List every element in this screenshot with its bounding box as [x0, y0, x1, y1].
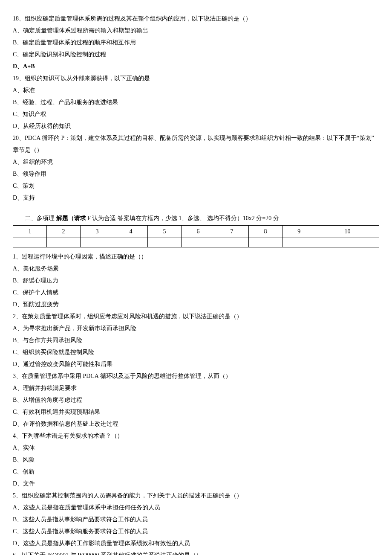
table-answer-cell[interactable] [46, 238, 80, 247]
mq3-optB: B、从增值的角度考虑过程 [13, 394, 379, 406]
mq5-text: 5、组织应确定其控制范围内的人员需具备的能力，下列关于人员的描述不正确的是（） [13, 490, 379, 502]
q20-optB: B、领导作用 [13, 168, 379, 180]
section2-bold: 解题（请求 [56, 215, 88, 221]
answer-table: 1 2 3 4 5 6 7 8 9 10 [13, 225, 379, 247]
table-answer-cell[interactable] [181, 238, 215, 247]
table-answer-cell[interactable] [282, 238, 316, 247]
mq5-optC: C、这些人员是指从事影响服务要求符合工作的人员 [13, 526, 379, 538]
mq4-optC: C、创新 [13, 466, 379, 478]
table-answer-cell[interactable] [215, 238, 248, 247]
table-header-cell: 8 [248, 226, 282, 238]
q19-optD: D、从经历获得的知识 [13, 120, 379, 132]
mq2-optD: D、通过管控改变风险的可能性和后果 [13, 358, 379, 370]
mq3-optC: C、有效利用机遇并实现预期结果 [13, 406, 379, 418]
section2-mid: F 认为合适 答案填在方框内，少选 1、多选、 选均不得分）10x2 分=20 … [87, 215, 279, 221]
mq1-optA: A、美化服务场景 [13, 263, 379, 275]
table-header-cell: 9 [282, 226, 316, 238]
table-answer-cell[interactable] [147, 238, 181, 247]
table-header-cell: 10 [316, 226, 379, 238]
table-header-cell: 7 [215, 226, 248, 238]
table-answer-cell[interactable] [80, 238, 114, 247]
table-answer-cell[interactable] [248, 238, 282, 247]
mq2-optB: B、与合作方共同承担风险 [13, 334, 379, 346]
mq3-optD: D、在评价数据和信息的基础上改进过程 [13, 418, 379, 430]
q20-optC: C、策划 [13, 180, 379, 192]
mq2-optC: C、组织购买保险就是控制风险 [13, 346, 379, 358]
q18-optC: C、确定风险识别和风险控制的过程 [13, 49, 379, 61]
table-header-cell: 6 [181, 226, 215, 238]
table-header-row: 1 2 3 4 5 6 7 8 9 10 [13, 226, 379, 238]
q18-optD: D、A+B [13, 61, 379, 73]
mq2-text: 2、在策划质量管理体系时，组织应考虑应对风险和机遇的措施，以下说法正确的是（） [13, 311, 379, 323]
mq4-optA: A、实体 [13, 442, 379, 454]
table-header-cell: 3 [80, 226, 114, 238]
section2-prefix: 二、多项理 [25, 215, 56, 221]
q18-optB: B、确定质量管理体系的过程的顺序和相互作用 [13, 37, 379, 49]
q18-optA: A、确定质量管理体系过程所需的输入和期望的输出 [13, 25, 379, 37]
table-header-cell: 4 [114, 226, 147, 238]
mq5-optB: B、这些人员是指从事影响产品要求符合工作的人员 [13, 514, 379, 526]
table-answer-row [13, 238, 379, 247]
mq1-optB: B、舒缓心理压力 [13, 275, 379, 287]
q19-optB: B、经验、过程、产品和服务的改进结果 [13, 96, 379, 108]
mq5-optD: D、这些人员是指从事的工作影响质量管理体系绩效和有效性的人员 [13, 538, 379, 549]
mq1-text: 1、过程运行环境中的心理因素，描述正确的是（） [13, 251, 379, 263]
table-header-cell: 2 [46, 226, 80, 238]
table-answer-cell[interactable] [114, 238, 147, 247]
mq5-optA: A、这些人员是指在质量管理体系中承担任何任务的人员 [13, 502, 379, 514]
q20-text: 20、PDCA 循环的 P：策划，建立体系及其过程的目标、配备所需的资源，以实现… [13, 132, 379, 156]
table-header-cell: 5 [147, 226, 181, 238]
section2-header: 二、多项理 解题（请求 F 认为合适 答案填在方框内，少选 1、多选、 选均不得… [25, 212, 379, 224]
mq2-optA: A、为寻求推出新产品，开发新市场而承担风险 [13, 323, 379, 334]
mq6-text: 6、以下关于 ISO9001 与 ISO9000 系列其他标准的关系说法正确的是… [13, 549, 379, 555]
mq4-optD: D、文件 [13, 478, 379, 490]
mq3-optA: A、理解并持续满足要求 [13, 382, 379, 394]
table-answer-cell[interactable] [13, 238, 47, 247]
q19-optA: A、标准 [13, 84, 379, 96]
q20-optA: A、组织的环境 [13, 156, 379, 168]
mq1-optD: D、预防过度疲劳 [13, 299, 379, 311]
mq4-text: 4、下列哪些术语是有关要求的术语？（） [13, 430, 379, 442]
table-answer-cell[interactable] [316, 238, 379, 247]
q19-optC: C、知识产权 [13, 108, 379, 120]
mq4-optB: B、风险 [13, 454, 379, 466]
q18-text: 18、组织应确定质量管理体系所需的过程及其在整个组织内的应用，以下说法正确的是（… [13, 13, 379, 25]
q19-text: 19、组织的知识可以从外部来源获得，以下正确的是 [13, 73, 379, 84]
table-header-cell: 1 [13, 226, 47, 238]
q20-optD: D、支持 [13, 192, 379, 204]
mq1-optC: C、保护个人情感 [13, 287, 379, 299]
mq3-text: 3、在质量管理体系中采用 PDCA 循环以及基于风险的思维进行整体管理，从而（） [13, 370, 379, 382]
